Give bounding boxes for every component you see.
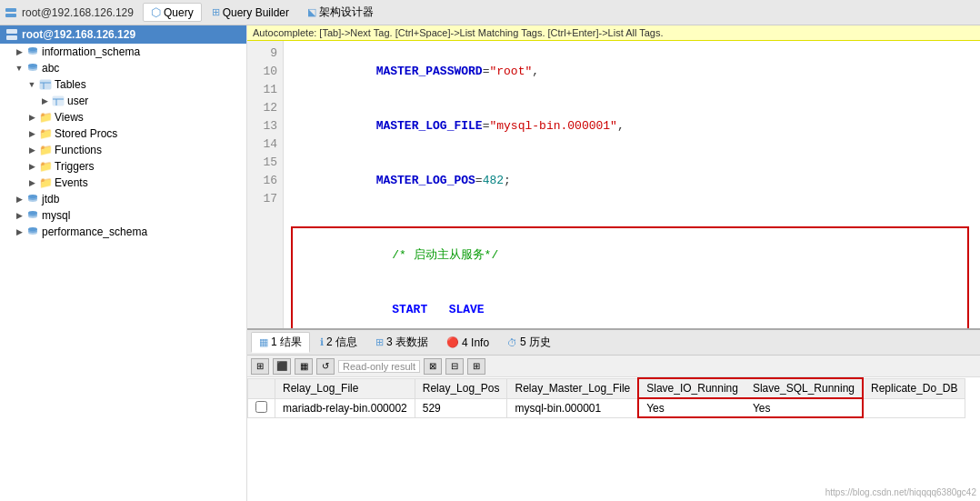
table-icon-user	[51, 94, 65, 108]
toolbar-btn-7[interactable]: ⊞	[467, 358, 485, 375]
tables-icon	[38, 77, 53, 92]
autocomplete-bar: Autocomplete: [Tab]->Next Tag. [Ctrl+Spa…	[247, 25, 980, 41]
watermark: https://blog.csdn.net/hiqqqq6380gc42	[825, 487, 976, 497]
sidebar-label-information_schema: information_schema	[42, 45, 140, 58]
result-table: Relay_Log_File Relay_Log_Pos Relay_Maste…	[247, 377, 965, 418]
svg-rect-2	[6, 29, 17, 34]
builder-icon: ⊞	[212, 6, 220, 18]
tab-query-builder[interactable]: ⊞ Query Builder	[204, 4, 297, 22]
db-icon-mysql	[25, 208, 40, 223]
toggle-performance_schema[interactable]: ▶	[13, 225, 25, 238]
toggle-information_schema[interactable]: ▶	[13, 45, 25, 58]
sidebar-item-performance_schema[interactable]: ▶ performance_schema	[0, 224, 246, 240]
server-label: root@192.168.126.129	[22, 6, 134, 19]
sidebar-item-tables[interactable]: ▼ Tables	[0, 76, 246, 93]
sidebar-header-title: root@192.168.126.129	[22, 28, 135, 41]
code-line-14: START SLAVE	[293, 283, 967, 328]
db-icon	[25, 45, 40, 59]
code-lines: 9 10 11 12 13 14 15 16 17 MASTER_PASSWOR…	[247, 41, 980, 328]
col-relay-log-file: Relay_Log_File	[275, 378, 415, 398]
code-line-9: MASTER_PASSWORD="root",	[291, 45, 973, 99]
cell-slave-io-running: Yes	[638, 398, 745, 417]
toggle-views[interactable]: ▶	[25, 111, 38, 124]
db-icon-jtdb	[25, 192, 40, 206]
sidebar-label-stored-procs: Stored Procs	[55, 127, 117, 140]
toggle-user[interactable]: ▶	[38, 95, 51, 107]
toggle-mysql[interactable]: ▶	[13, 209, 25, 222]
toolbar-btn-3[interactable]: ▦	[295, 358, 313, 375]
code-line-12	[291, 208, 973, 226]
sidebar-item-mysql[interactable]: ▶ mysql	[0, 207, 246, 224]
toggle-tables[interactable]: ▼	[25, 78, 38, 91]
tab-info2[interactable]: 🔴 4 Info	[438, 334, 497, 352]
sidebar-label-abc: abc	[42, 62, 59, 75]
sidebar-item-information_schema[interactable]: ▶ information_schema	[0, 44, 246, 60]
right-panel: Autocomplete: [Tab]->Next Tag. [Ctrl+Spa…	[247, 25, 980, 501]
highlighted-sql-block: /* 启动主从服务*/ START SLAVE SHOW SLAVE STATU…	[291, 226, 969, 328]
toggle-triggers[interactable]: ▶	[25, 160, 38, 173]
tab-info[interactable]: ℹ 2 信息	[312, 332, 365, 353]
code-content[interactable]: MASTER_PASSWORD="root", MASTER_LOG_FILE=…	[284, 41, 980, 328]
toggle-stored-procs[interactable]: ▶	[25, 127, 38, 140]
tabledata-icon: ⊞	[375, 336, 384, 348]
db-icon-performance	[25, 225, 40, 239]
line-numbers: 9 10 11 12 13 14 15 16 17	[247, 41, 284, 328]
db-icon-abc	[25, 61, 40, 75]
history-icon: ⏱	[507, 337, 517, 348]
toolbar-btn-4[interactable]: ↺	[316, 358, 335, 375]
col-slave-sql-running: Slave_SQL_Running	[745, 378, 863, 398]
sidebar-label-performance_schema: performance_schema	[42, 225, 147, 238]
tab-query[interactable]: ⬡ Query	[143, 3, 202, 22]
svg-rect-3	[6, 35, 17, 40]
result-table-container[interactable]: Relay_Log_File Relay_Log_Pos Relay_Maste…	[247, 377, 980, 501]
svg-rect-9	[53, 96, 64, 105]
table-header-row: Relay_Log_File Relay_Log_Pos Relay_Maste…	[248, 378, 965, 398]
sidebar-item-stored-procs[interactable]: ▶ 📁 Stored Procs	[0, 125, 246, 142]
toolbar-btn-2[interactable]: ⬛	[273, 358, 291, 375]
row-select-checkbox[interactable]	[255, 401, 267, 413]
main-layout: root@192.168.126.129 ▶ information_schem…	[0, 25, 980, 501]
tab-tabledata[interactable]: ⊞ 3 表数据	[367, 332, 436, 353]
sidebar: root@192.168.126.129 ▶ information_schem…	[0, 25, 247, 501]
toggle-events[interactable]: ▶	[25, 176, 38, 189]
views-icon: 📁	[38, 110, 53, 125]
bottom-tabs: ▦ 1 结果 ℹ 2 信息 ⊞ 3 表数据 🔴 4 Info ⏱ 5 历史	[247, 330, 980, 356]
tab-results[interactable]: ▦ 1 结果	[251, 332, 310, 353]
sidebar-label-views: Views	[55, 111, 84, 124]
toolbar-btn-1[interactable]: ⊞	[251, 358, 269, 375]
sidebar-label-functions: Functions	[55, 144, 102, 156]
top-toolbar: root@192.168.126.129 ⬡ Query ⊞ Query Bui…	[0, 0, 980, 25]
col-slave-io-running: Slave_IO_Running	[638, 378, 745, 398]
sidebar-item-triggers[interactable]: ▶ 📁 Triggers	[0, 158, 246, 175]
tab-info-label: 2 信息	[326, 335, 357, 350]
toolbar-btn-6[interactable]: ⊟	[445, 358, 464, 375]
row-checkbox-cell[interactable]	[248, 398, 275, 417]
col-relay-log-pos: Relay_Log_Pos	[415, 378, 507, 398]
toggle-jtdb[interactable]: ▶	[13, 193, 25, 205]
events-icon: 📁	[38, 175, 53, 190]
triggers-icon: 📁	[38, 159, 53, 174]
sidebar-item-user[interactable]: ▶ user	[0, 93, 246, 109]
sidebar-item-events[interactable]: ▶ 📁 Events	[0, 175, 246, 191]
functions-icon: 📁	[38, 143, 53, 157]
sidebar-item-functions[interactable]: ▶ 📁 Functions	[0, 142, 246, 158]
svg-rect-6	[40, 80, 51, 89]
toolbar-btn-5[interactable]: ⊠	[424, 358, 442, 375]
tab-results-label: 1 结果	[271, 335, 302, 350]
code-editor[interactable]: 9 10 11 12 13 14 15 16 17 MASTER_PASSWOR…	[247, 41, 980, 328]
sidebar-label-events: Events	[55, 176, 88, 189]
sidebar-item-views[interactable]: ▶ 📁 Views	[0, 109, 246, 125]
info2-icon: 🔴	[446, 336, 459, 348]
sidebar-label-user: user	[67, 95, 88, 107]
toggle-abc[interactable]: ▼	[13, 62, 25, 75]
sidebar-item-abc[interactable]: ▼ abc	[0, 60, 246, 76]
readonly-label: Read-only result	[338, 360, 420, 373]
table-row: mariadb-relay-bin.000002 529 mysql-bin.0…	[248, 398, 965, 417]
sidebar-label-jtdb: jtdb	[42, 193, 59, 205]
code-line-10: MASTER_LOG_FILE="mysql-bin.000001",	[291, 99, 973, 154]
sidebar-item-jtdb[interactable]: ▶ jtdb	[0, 191, 246, 207]
tab-schema-designer[interactable]: ⬕ 架构设计器	[299, 2, 382, 23]
bottom-panel: ▦ 1 结果 ℹ 2 信息 ⊞ 3 表数据 🔴 4 Info ⏱ 5 历史	[247, 328, 980, 501]
toggle-functions[interactable]: ▶	[25, 144, 38, 156]
tab-history[interactable]: ⏱ 5 历史	[499, 332, 559, 353]
